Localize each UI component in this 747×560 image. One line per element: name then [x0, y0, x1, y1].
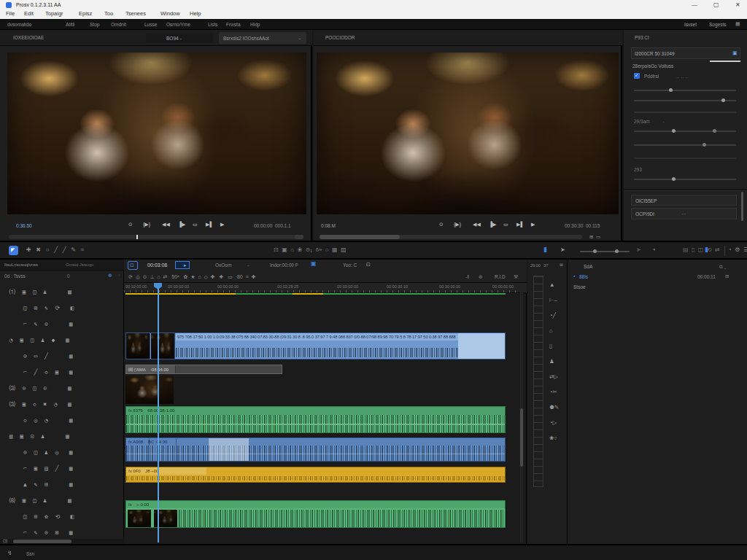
- edit-tab[interactable]: 88ls: [579, 274, 588, 279]
- workspace-tab-5[interactable]: Lusse: [144, 22, 157, 27]
- effects-dropdown-1[interactable]: 29/3am: [634, 119, 650, 124]
- tools-mid-group[interactable]: ⊡ ▣ ⌂ ❀ ⊙₁ δ» ○ ▦ ▨: [274, 247, 347, 254]
- program-out-button[interactable]: ▶: [531, 222, 535, 228]
- effects-group-header[interactable]: I2000CR 50 31049 ▣: [631, 47, 740, 59]
- tools-left-group[interactable]: ✚ ✖ ○ ╱ ╱ ✎ ≈: [26, 247, 84, 254]
- wrench-icon[interactable]: ⚒: [514, 274, 518, 280]
- program-scrub-icons[interactable]: ⊞ ▭: [589, 234, 600, 239]
- program-scrubber-range[interactable]: [320, 235, 400, 239]
- clip-selected-segment[interactable]: [209, 438, 249, 461]
- program-loop-button[interactable]: ▭: [503, 222, 508, 228]
- program-step-fwd-button[interactable]: ▶▌: [516, 222, 524, 228]
- minimize-button[interactable]: —: [692, 2, 697, 9]
- timeline-spinner[interactable]: ▸: [175, 261, 190, 269]
- source-out-button[interactable]: ▶: [220, 222, 224, 228]
- slider-knob[interactable]: [703, 143, 706, 147]
- workspace-tab-1[interactable]: dvsomatido: [7, 22, 31, 27]
- workspace-tab-9[interactable]: Hidp: [250, 22, 260, 27]
- source-scrubber[interactable]: [9, 235, 303, 239]
- effects-checkbox[interactable]: ✓: [634, 73, 640, 79]
- source-step-back-button[interactable]: ◀◀: [162, 222, 170, 228]
- workspace-link-2[interactable]: Sogests: [709, 22, 727, 27]
- menu-help[interactable]: Help: [190, 11, 201, 17]
- menu-window[interactable]: Window: [160, 11, 180, 17]
- effects-slider-1[interactable]: [634, 90, 736, 91]
- meter-side-icons[interactable]: ▲ ⊢– ◔╱ ⌂ ▯ ♟ ⇄▷ ◔✂ ⚉✎ ◔▷ ❀○: [549, 277, 559, 446]
- effects-slider-6[interactable]: [634, 158, 736, 159]
- source-loop-button[interactable]: ▭: [193, 222, 198, 228]
- clip-audio-green-1[interactable]: fx 6379 68:00:38-1:00: [125, 406, 506, 433]
- workspace-tab-8[interactable]: Fnxsta: [226, 22, 241, 27]
- workspace-tab-7[interactable]: Lists: [208, 22, 217, 27]
- clip-thumbnail[interactable]: [125, 376, 174, 404]
- close-button[interactable]: ✕: [735, 2, 740, 9]
- timeline-tools-row[interactable]: ⟳ ◎ ⊙ ⊥ ⌂ ⇄ 50ᵃ ✿ ★ ⌂ ◇ ✚ ✚ ▭ ‧80 ≡ ✚: [128, 274, 256, 280]
- workspace-tab-6[interactable]: Osrno/Yme: [166, 22, 190, 27]
- zoom-slider[interactable]: [580, 251, 630, 252]
- source-marker-button[interactable]: ⊙: [128, 222, 133, 228]
- menu-tsenees[interactable]: Tsenees: [125, 11, 146, 17]
- selection-tool-icon[interactable]: ◤: [9, 246, 18, 255]
- new-item-icon[interactable]: ▮: [543, 246, 547, 254]
- program-step-back-button[interactable]: ◀◀: [473, 222, 481, 228]
- timeline-timecode[interactable]: 00:03:08: [147, 262, 167, 268]
- program-marker-button[interactable]: ⊙: [439, 222, 444, 228]
- clip-gray-collapsed[interactable]: ⑻ ('AMA :08:34.00: [125, 365, 282, 374]
- source-step-fwd-button[interactable]: ▶▌: [206, 222, 213, 228]
- tools-box[interactable]: ▪: [653, 246, 655, 254]
- workspace-tab-3[interactable]: Stop: [90, 22, 99, 27]
- active-panel-icon[interactable]: ▮: [705, 246, 708, 254]
- source-clip-field[interactable]: BO94 -: [146, 33, 213, 43]
- slider-knob[interactable]: [672, 177, 676, 181]
- timeline-scrollbar-thumb[interactable]: [520, 408, 523, 467]
- tools-right-group[interactable]: ◔ ⚙ ☰: [728, 247, 747, 254]
- slider-knob[interactable]: [713, 129, 716, 133]
- timeline-dropdown[interactable]: OvOom: [215, 262, 231, 268]
- effects-item-1[interactable]: OICI55EP: [631, 195, 737, 206]
- properties-tc-icon[interactable]: ⊞: [725, 273, 729, 279]
- properties-header-icons[interactable]: ⧉ ⌄: [719, 264, 727, 269]
- playhead-line[interactable]: [158, 289, 159, 542]
- panel-menu-icon[interactable]: ⁖: [117, 273, 120, 279]
- timeline-nest-icon[interactable]: ⊡: [128, 261, 138, 270]
- tools-arrow-2[interactable]: ➤: [636, 247, 641, 254]
- program-play-button[interactable]: ▐▶: [489, 222, 496, 228]
- source-in-button[interactable]: {▶}: [143, 222, 150, 228]
- meters-menu-icon[interactable]: ⊠: [560, 262, 563, 268]
- effects-slider-5[interactable]: [634, 144, 736, 146]
- window-layout-icons[interactable]: ▤ ▯ ◫ ⟲ ⇄: [683, 247, 720, 254]
- maximize-button[interactable]: ▢: [713, 2, 719, 9]
- timeline-settings-icon[interactable]: ⊛: [479, 274, 483, 280]
- program-scrubber[interactable]: [320, 235, 582, 239]
- menu-file[interactable]: File: [6, 11, 15, 17]
- sequence-tab-1[interactable]: ItsuLnsosoqlvnss: [4, 262, 38, 268]
- program-in-button[interactable]: {▶}: [454, 222, 461, 228]
- effects-scrollbar[interactable]: [741, 192, 743, 221]
- menu-topaigr[interactable]: Topaigr: [45, 11, 63, 17]
- clip-av-green-2[interactable]: fx ⌐ 0:00: [125, 500, 506, 528]
- workspace-link-1[interactable]: Isvset: [684, 22, 697, 27]
- add-track-icon[interactable]: ⊕: [108, 273, 112, 279]
- clip-audio-blue[interactable]: fx A008 BC :04 00: [125, 438, 506, 462]
- program-video-frame[interactable]: [317, 52, 619, 214]
- effects-item-2[interactable]: OCPI9DI ⋯: [631, 208, 737, 219]
- timeline-video-icon[interactable]: ⊡: [366, 262, 371, 268]
- sequence-tab-2[interactable]: Omsid Jssoqo: [66, 262, 93, 268]
- horizontal-scrollbar[interactable]: [13, 540, 71, 543]
- slider-knob[interactable]: [672, 129, 676, 133]
- effects-slider-3[interactable]: [634, 112, 736, 113]
- source-play-button[interactable]: ▐▶: [178, 222, 185, 228]
- workspace-tab-2[interactable]: Atitli: [66, 22, 74, 27]
- effects-group-icon[interactable]: ▣: [732, 50, 738, 56]
- source-scrubber-playhead[interactable]: [136, 235, 138, 239]
- tools-arrow-1[interactable]: ➤: [560, 247, 565, 254]
- menu-too[interactable]: Too: [104, 11, 113, 17]
- slider-knob[interactable]: [593, 249, 597, 253]
- menu-edit[interactable]: Edit: [24, 11, 34, 17]
- menu-episz[interactable]: Episz: [79, 11, 92, 17]
- clip-video-blue[interactable]: 975 708 17:50 1 00 1 0:09:33 38 075 88 3…: [125, 332, 506, 359]
- track-controls-grid[interactable]: ⑴ ▣ ◫ ♟ ▦ ◫ ⊞ ✎ ⟳ ◧ ⌐ ✎ ⊙ ▦ ◔ ▣ ◫ ♟ ◆ ▦ …: [6, 284, 74, 541]
- slider-knob[interactable]: [669, 88, 673, 92]
- timeline-right-icon-1[interactable]: -‖: [465, 274, 469, 280]
- source-resolution-dropdown[interactable]: Bsrxdis2 IOOshsAAot ⌄: [219, 32, 306, 44]
